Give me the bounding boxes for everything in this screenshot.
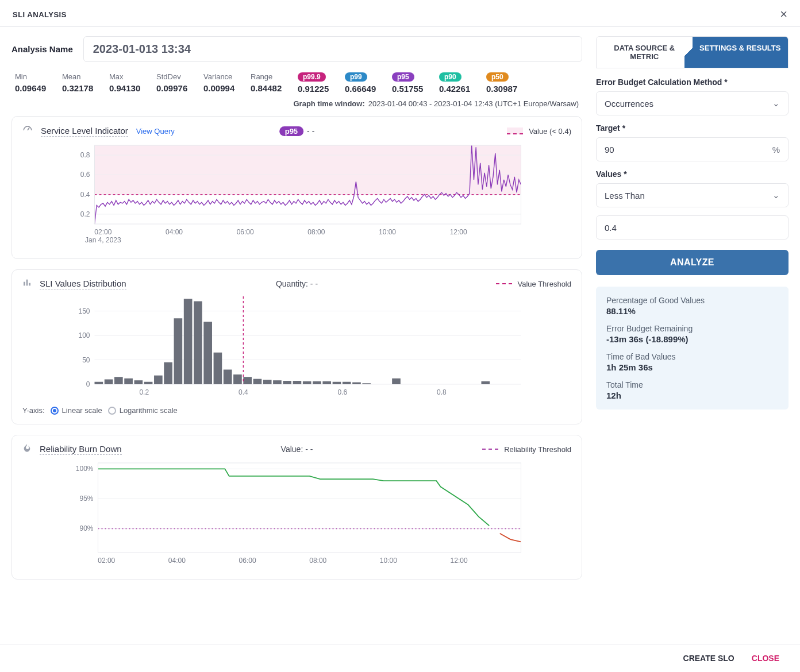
threshold-line-icon: [496, 283, 512, 284]
svg-rect-44: [203, 322, 212, 384]
svg-text:0.8: 0.8: [437, 388, 447, 396]
percentile-pill: p95: [392, 72, 414, 82]
svg-rect-48: [243, 377, 252, 384]
distribution-chart-card: SLI Values Distribution Quantity: - - Va…: [11, 269, 582, 424]
svg-text:150: 150: [78, 307, 90, 315]
svg-rect-18: [24, 282, 25, 286]
burndown-chart: 90%95%100%02:0004:0006:0008:0010:0012:00: [22, 458, 571, 567]
linear-scale-radio[interactable]: Linear scale: [51, 406, 102, 415]
svg-rect-54: [303, 381, 311, 384]
stat-item: Max0.94130: [109, 72, 144, 94]
dist-center-label: Quantity: - -: [276, 279, 318, 288]
chevron-down-icon: ⌄: [772, 190, 780, 200]
percentile-pill: p99.9: [298, 72, 326, 82]
svg-text:100%: 100%: [76, 465, 94, 473]
stat-item: p950.51755: [392, 72, 426, 94]
view-query-link[interactable]: View Query: [136, 127, 175, 136]
svg-text:0.2: 0.2: [139, 388, 149, 396]
gauge-icon: [22, 125, 33, 137]
svg-rect-53: [293, 381, 302, 384]
stat-item: Variance0.00994: [203, 72, 238, 94]
svg-text:08:00: 08:00: [309, 557, 326, 565]
target-label: Target: [596, 123, 789, 133]
svg-rect-61: [392, 379, 401, 384]
values-op-select[interactable]: Less Than ⌄: [596, 183, 789, 207]
modal-header: SLI ANALYSIS ×: [0, 0, 800, 27]
analysis-name-label: Analysis Name: [11, 44, 73, 54]
svg-text:100: 100: [78, 331, 90, 339]
svg-rect-57: [333, 382, 341, 384]
svg-rect-60: [362, 383, 371, 384]
svg-rect-38: [144, 382, 153, 384]
burn-center-label: Value: - -: [281, 445, 313, 454]
flame-icon: [22, 443, 32, 455]
svg-text:08:00: 08:00: [307, 228, 325, 236]
svg-rect-62: [481, 381, 490, 384]
svg-rect-50: [263, 380, 272, 384]
svg-rect-35: [114, 377, 123, 384]
close-icon[interactable]: ×: [780, 8, 787, 21]
stat-item: Min0.09649: [15, 72, 49, 94]
svg-rect-46: [224, 370, 232, 385]
stat-item: Mean0.32178: [62, 72, 97, 94]
target-input[interactable]: 90 %: [596, 137, 789, 161]
reliability-threshold-icon: [482, 449, 498, 450]
svg-text:0.8: 0.8: [80, 151, 90, 159]
svg-text:0: 0: [86, 380, 90, 388]
tab-data-source[interactable]: DATA SOURCE & METRIC: [597, 37, 693, 68]
chevron-down-icon: ⌄: [772, 98, 780, 109]
svg-text:02:00: 02:00: [94, 228, 111, 236]
svg-text:10:00: 10:00: [380, 557, 397, 565]
stat-item: StdDev0.09976: [156, 72, 191, 94]
percentile-pill: p99: [345, 72, 367, 82]
analysis-name-input[interactable]: [83, 36, 582, 62]
svg-text:0.6: 0.6: [80, 171, 90, 179]
svg-text:10:00: 10:00: [379, 228, 396, 236]
svg-text:12:00: 12:00: [451, 557, 468, 565]
create-slo-button[interactable]: CREATE SLO: [683, 654, 734, 663]
stats-row: Min0.09649Mean0.32178Max0.94130StdDev0.0…: [11, 70, 582, 95]
threshold-swatch-icon: [507, 128, 523, 134]
svg-rect-33: [95, 382, 103, 384]
results-box: Percentage of Good Values88.11% Error Bu…: [596, 287, 789, 410]
p95-badge: p95: [279, 126, 303, 136]
dist-legend: Value Threshold: [518, 280, 571, 288]
svg-text:06:00: 06:00: [239, 557, 256, 565]
svg-text:50: 50: [82, 356, 90, 364]
sli-legend-value: Value (< 0.4): [529, 127, 571, 136]
svg-text:12:00: 12:00: [450, 228, 467, 236]
svg-text:0.4: 0.4: [80, 191, 90, 199]
tab-settings-results[interactable]: SETTINGS & RESULTS: [693, 37, 789, 68]
svg-rect-20: [29, 283, 30, 286]
svg-rect-49: [253, 379, 262, 384]
settings-tabs: DATA SOURCE & METRIC SETTINGS & RESULTS: [596, 36, 789, 68]
svg-text:04:00: 04:00: [168, 557, 186, 565]
log-scale-radio[interactable]: Logarithmic scale: [108, 406, 178, 415]
bars-icon: [22, 278, 32, 289]
svg-rect-34: [105, 380, 113, 385]
burn-chart-title: Reliability Burn Down: [40, 444, 122, 455]
svg-rect-58: [343, 382, 351, 384]
burn-legend: Reliability Threshold: [504, 445, 571, 454]
svg-text:06:00: 06:00: [237, 228, 254, 236]
sli-analysis-modal: SLI ANALYSIS × Analysis Name Min0.09649M…: [0, 0, 800, 672]
values-num-input[interactable]: 0.4: [596, 215, 789, 240]
svg-rect-43: [194, 302, 202, 385]
stat-item: p900.42261: [439, 72, 474, 94]
analyze-button[interactable]: ANALYZE: [596, 250, 789, 275]
svg-rect-37: [134, 380, 143, 384]
close-button[interactable]: CLOSE: [752, 654, 779, 663]
modal-title: SLI ANALYSIS: [13, 10, 67, 19]
svg-rect-55: [313, 381, 321, 384]
svg-text:02:00: 02:00: [98, 557, 115, 565]
svg-rect-51: [273, 380, 282, 384]
svg-text:90%: 90%: [79, 524, 93, 532]
svg-text:0.2: 0.2: [80, 210, 90, 218]
right-panel: DATA SOURCE & METRIC SETTINGS & RESULTS …: [596, 36, 789, 590]
p95-badge-value: - -: [307, 126, 314, 136]
stat-item: Range0.84482: [251, 72, 285, 94]
percentile-pill: p50: [486, 72, 509, 82]
sli-chart: 0.20.40.60.802:0004:0006:0008:0010:0012:…: [22, 141, 571, 247]
svg-rect-42: [184, 299, 193, 384]
budget-method-select[interactable]: Occurrences ⌄: [596, 91, 789, 115]
